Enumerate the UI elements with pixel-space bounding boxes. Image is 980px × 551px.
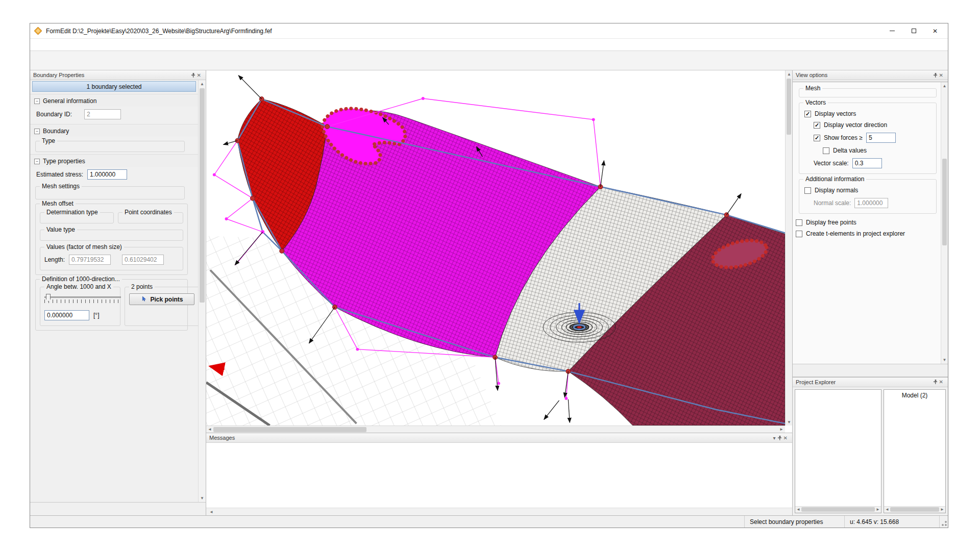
delta-values-checkbox[interactable] <box>823 147 829 154</box>
messages-panel: Messages ▾ ✕ ◄ <box>206 433 792 515</box>
angle-unit: [°] <box>93 312 99 319</box>
two-points-label: 2 points <box>129 283 155 290</box>
app-window: FormEdit D:\2_Projekte\Easy\2020\03_26_W… <box>30 23 948 528</box>
pin-icon[interactable] <box>191 73 195 78</box>
collapse-icon[interactable]: − <box>34 129 40 134</box>
list-horizontal-scrollbar[interactable]: ◄► <box>884 506 945 513</box>
project-explorer-title: Project Explorer <box>796 379 836 385</box>
boundary-id-label: Boundary ID: <box>36 111 80 118</box>
window-title: FormEdit D:\2_Projekte\Easy\2020\03_26_W… <box>46 28 879 35</box>
maximize-button[interactable] <box>905 25 922 37</box>
status-bar: Select boundary properties u: 4.645 v: 1… <box>30 515 948 528</box>
project-explorer-panel: Project Explorer ✕ ◄► Model (2) ◄► <box>793 377 948 515</box>
minimize-button[interactable] <box>884 25 901 37</box>
boundary-properties-caption: Boundary Properties ✕ <box>30 70 206 80</box>
direction-group-label: Definition of 1000-direction... <box>40 276 122 283</box>
mesh-settings-label: Mesh settings <box>40 183 82 190</box>
show-forces-checkbox[interactable] <box>814 135 820 141</box>
show-forces-label: Show forces ≥ <box>824 134 863 141</box>
close-project-explorer-icon[interactable]: ✕ <box>938 379 945 385</box>
display-vector-direction-label: Display vector direction <box>824 121 887 129</box>
close-messages-icon[interactable]: ✕ <box>782 435 789 441</box>
title-bar: FormEdit D:\2_Projekte\Easy\2020\03_26_W… <box>30 23 948 39</box>
vector-scale-field[interactable] <box>852 158 882 168</box>
show-forces-field[interactable] <box>866 133 896 143</box>
boundary-properties-title: Boundary Properties <box>33 72 84 78</box>
view-options-title: View options <box>796 72 827 78</box>
toolbar <box>30 51 948 70</box>
create-t-elements-label: Create t-elements in project explorer <box>806 230 905 237</box>
selection-banner: 1 boundary selected <box>32 81 196 92</box>
display-free-points-checkbox[interactable] <box>796 219 802 226</box>
display-vector-direction-checkbox[interactable] <box>814 122 820 129</box>
section-boundary[interactable]: −Boundary <box>30 124 198 137</box>
point-coordinates-label: Point coordinates <box>122 209 174 216</box>
messages-horizontal-scrollbar[interactable]: ◄ <box>206 508 792 515</box>
angle-group-label: Angle betw. 1000 and X <box>44 283 113 290</box>
display-vectors-checkbox[interactable] <box>804 111 811 117</box>
collapse-icon[interactable]: − <box>34 98 40 104</box>
mesh-offset-label: Mesh offset <box>40 200 76 207</box>
menu-bar <box>30 39 948 51</box>
status-coordinates: u: 4.645 v: 15.668 <box>845 516 940 528</box>
mesh-group-label: Mesh <box>803 85 822 92</box>
viewport-vertical-scrollbar[interactable]: ▲ ▼ <box>785 70 792 425</box>
boundary-properties-panel: 1 boundary selected −General information… <box>30 80 206 502</box>
model-list: Model (2) ◄► <box>884 389 946 513</box>
delta-values-label: Delta values <box>833 147 867 154</box>
section-type-properties[interactable]: −Type properties <box>30 154 198 167</box>
viewport-canvas[interactable] <box>206 70 785 425</box>
values-length-label: Length: <box>44 256 65 263</box>
3d-viewport[interactable]: ▲ ▼ ◄ ► <box>206 70 792 433</box>
dropdown-icon[interactable]: ▾ <box>772 435 777 441</box>
cursor-icon <box>140 296 147 303</box>
boundary-id-field[interactable] <box>84 109 121 119</box>
angle-field[interactable] <box>44 310 89 320</box>
normal-scale-label: Normal scale: <box>814 199 851 207</box>
messages-title: Messages <box>209 435 235 441</box>
normal-scale-field[interactable] <box>854 198 888 208</box>
values-length-1000-field[interactable] <box>69 255 111 265</box>
pick-points-button[interactable]: Pick points <box>129 293 194 305</box>
close-panel-icon[interactable]: ✕ <box>195 72 203 78</box>
values-label: Values (factor of mesh size) <box>44 243 124 251</box>
section-general-information[interactable]: −General information <box>30 94 198 107</box>
status-message: Select boundary properties <box>745 516 845 528</box>
view-options-panel: View options ✕ Mesh Vectors Display vect… <box>793 70 948 364</box>
value-type-label: Value type <box>44 226 77 233</box>
create-t-elements-checkbox[interactable] <box>796 231 802 237</box>
display-vectors-label: Display vectors <box>815 110 856 117</box>
close-view-options-icon[interactable]: ✕ <box>938 72 945 78</box>
pin-icon[interactable] <box>933 380 938 384</box>
display-normals-label: Display normals <box>815 187 858 194</box>
close-button[interactable]: ✕ <box>926 25 944 37</box>
display-normals-checkbox[interactable] <box>804 187 811 194</box>
values-length-2000-field[interactable] <box>122 255 164 265</box>
collapse-icon[interactable]: − <box>34 159 40 164</box>
angle-slider[interactable] <box>44 296 121 303</box>
left-bottom-tabstrip <box>30 502 206 515</box>
pin-icon[interactable] <box>933 73 938 78</box>
estimated-stress-label: Estimated stress: <box>36 171 83 178</box>
status-empty-field <box>30 516 745 528</box>
messages-log[interactable] <box>206 443 792 508</box>
project-tree: ◄► <box>795 389 881 513</box>
view-options-scrollbar[interactable]: ▲ ▼ <box>941 82 948 364</box>
determination-type-label: Determination type <box>44 209 100 216</box>
estimated-stress-field[interactable] <box>87 169 127 180</box>
pin-icon[interactable] <box>777 436 782 440</box>
tree-horizontal-scrollbar[interactable]: ◄► <box>795 506 881 513</box>
left-panel-scrollbar[interactable]: ▲ ▼ <box>198 80 206 502</box>
viewport-horizontal-scrollbar[interactable]: ◄ ► <box>206 425 785 433</box>
right-tabstrip <box>793 364 948 377</box>
model-list-title: Model (2) <box>884 390 945 402</box>
resize-grip[interactable] <box>940 516 948 528</box>
additional-info-label: Additional information <box>803 176 866 183</box>
vector-scale-label: Vector scale: <box>814 160 849 167</box>
display-free-points-label: Display free points <box>806 219 856 226</box>
vectors-group-label: Vectors <box>803 99 828 106</box>
app-icon <box>34 27 42 35</box>
type-group-label: Type <box>40 137 57 144</box>
